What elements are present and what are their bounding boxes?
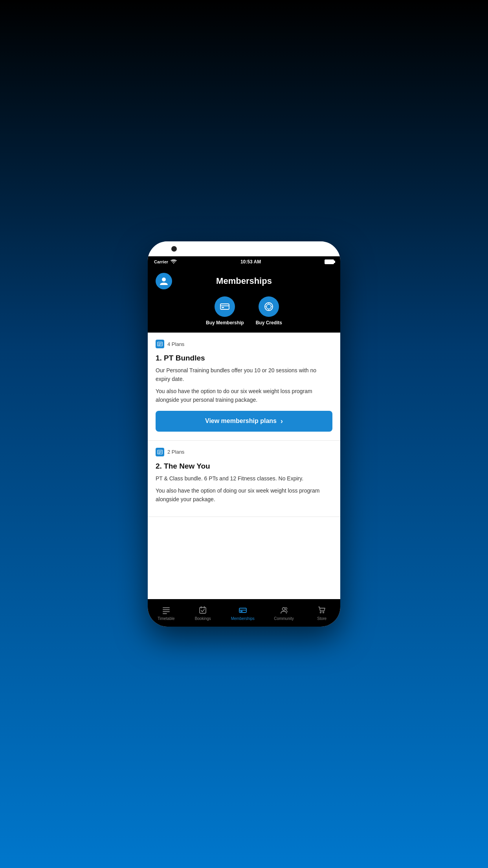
pt-bundles-plans-count: 4 Plans <box>156 340 332 348</box>
list-icon <box>157 341 163 347</box>
membership-card-icon <box>219 301 230 312</box>
app-header: Memberships Buy Membership <box>148 267 340 333</box>
plans-icon <box>156 340 164 348</box>
avatar-icon <box>158 276 169 287</box>
svg-point-26 <box>285 607 287 609</box>
nav-bookings-label: Bookings <box>195 616 211 621</box>
bookings-icon <box>198 605 207 615</box>
credits-icon <box>263 301 274 312</box>
svg-point-1 <box>162 278 166 281</box>
battery-icon <box>325 259 334 264</box>
svg-point-25 <box>283 607 285 610</box>
camera-dot <box>171 246 177 252</box>
community-icon <box>279 605 288 615</box>
bottom-nav: Timetable Bookings Member <box>148 599 340 627</box>
svg-point-0 <box>173 263 174 264</box>
pt-bundles-title: 1. PT Bundles <box>156 354 332 362</box>
phone-shell: Carrier 10:53 AM Memberships <box>148 241 340 627</box>
svg-point-6 <box>266 304 271 309</box>
chevron-right-icon: › <box>281 417 283 425</box>
buy-membership-label: Buy Membership <box>206 320 244 326</box>
buy-membership-icon-circle <box>215 296 235 317</box>
svg-point-28 <box>323 612 324 613</box>
the-new-you-plans-count: 2 Plans <box>156 448 332 456</box>
view-membership-plans-button[interactable]: View membership plans › <box>156 411 332 432</box>
the-new-you-desc2: You also have the option of doing our si… <box>156 487 332 504</box>
memberships-icon <box>238 605 248 615</box>
pt-bundles-section: 4 Plans 1. PT Bundles Our Personal Train… <box>148 333 340 441</box>
avatar <box>156 273 172 289</box>
nav-memberships[interactable]: Memberships <box>228 604 258 622</box>
nav-timetable[interactable]: Timetable <box>154 604 178 622</box>
pt-bundles-desc1: Our Personal Training bundles offer you … <box>156 366 332 383</box>
buy-credits-label: Buy Credits <box>256 320 282 326</box>
list-icon-2 <box>157 449 163 455</box>
camera-area <box>148 241 340 256</box>
status-time: 10:53 AM <box>240 259 261 265</box>
status-bar: Carrier 10:53 AM <box>148 256 340 267</box>
nav-bookings[interactable]: Bookings <box>191 604 215 622</box>
the-new-you-section: 2 Plans 2. The New You PT & Class bundle… <box>148 441 340 517</box>
nav-timetable-label: Timetable <box>158 616 175 621</box>
nav-memberships-label: Memberships <box>231 616 255 621</box>
the-new-you-count-text: 2 Plans <box>167 449 184 455</box>
page-title: Memberships <box>177 276 311 286</box>
buy-credits-button[interactable]: Buy Credits <box>256 296 282 326</box>
app-content: 4 Plans 1. PT Bundles Our Personal Train… <box>148 333 340 599</box>
svg-rect-24 <box>240 611 242 612</box>
nav-community-label: Community <box>274 616 294 621</box>
view-plans-label: View membership plans <box>205 417 277 425</box>
pt-bundles-desc2: You also have the option to do our six w… <box>156 387 332 404</box>
pt-bundles-count-text: 4 Plans <box>167 341 184 347</box>
svg-rect-2 <box>220 304 229 309</box>
buy-credits-icon-circle <box>259 296 279 317</box>
carrier-label: Carrier <box>154 259 168 264</box>
the-new-you-desc1: PT & Class bundle. 6 PTs and 12 Fitness … <box>156 474 332 483</box>
timetable-icon <box>161 605 171 615</box>
plans-icon-2 <box>156 448 164 456</box>
wifi-icon <box>171 259 177 264</box>
nav-store-label: Store <box>317 616 327 621</box>
svg-rect-19 <box>200 607 206 613</box>
svg-rect-4 <box>222 307 224 308</box>
nav-store[interactable]: Store <box>310 604 334 622</box>
nav-community[interactable]: Community <box>271 604 297 622</box>
buy-membership-button[interactable]: Buy Membership <box>206 296 244 326</box>
svg-point-27 <box>320 612 321 613</box>
the-new-you-title: 2. The New You <box>156 462 332 471</box>
store-icon <box>317 605 327 615</box>
